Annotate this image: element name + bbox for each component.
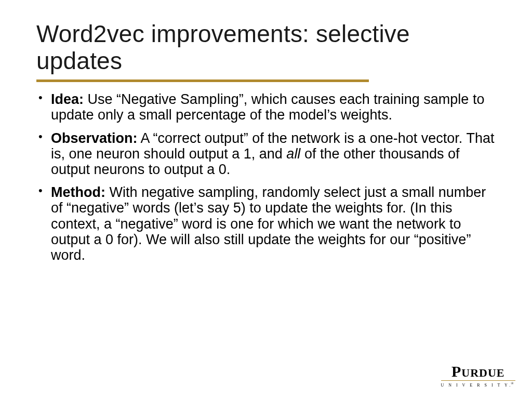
bullet-text: With negative sampling, randomly select … [51,184,486,263]
title-underline [36,79,369,82]
bullet-label: Observation: [51,130,138,146]
bullet-italic: all [286,146,300,162]
logo-p-cap: P [451,363,461,380]
bullet-text: Use “Negative Sampling”, which causes ea… [51,91,484,123]
bullet-label: Idea: [51,91,84,107]
bullet-item: Method: With negative sampling, randomly… [51,184,496,263]
bullet-list: Idea: Use “Negative Sampling”, which cau… [36,91,496,263]
logo-main-text: URDUE [461,366,504,380]
purdue-logo: PURDUE U N I V E R S I T Y.® [441,363,515,388]
bullet-label: Method: [51,184,105,200]
logo-trademark-icon: ® [511,381,515,385]
bullet-item: Idea: Use “Negative Sampling”, which cau… [51,91,496,123]
slide-title: Word2vec improvements: selective updates [36,21,496,74]
bullet-item: Observation: A “correct output” of the n… [51,130,496,178]
logo-wordmark: PURDUE [441,363,515,380]
logo-subtext: U N I V E R S I T Y.® [441,380,515,388]
slide-content: Word2vec improvements: selective updates… [0,0,532,263]
logo-dot: . [509,383,510,388]
